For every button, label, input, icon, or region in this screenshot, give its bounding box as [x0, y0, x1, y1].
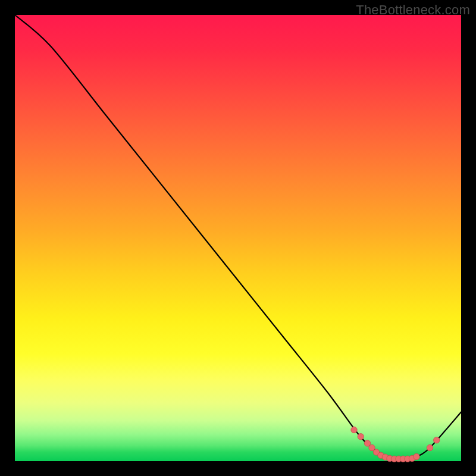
curve-markers — [351, 427, 440, 462]
chart-frame: TheBottleneck.com — [0, 0, 476, 476]
marker-dot — [358, 434, 364, 440]
marker-dot — [427, 444, 433, 450]
marker-dot — [351, 427, 357, 433]
marker-dot — [414, 453, 419, 459]
bottleneck-curve — [15, 15, 461, 459]
curve-layer — [15, 15, 461, 461]
watermark-text: TheBottleneck.com — [356, 2, 470, 18]
marker-dot — [434, 437, 440, 443]
